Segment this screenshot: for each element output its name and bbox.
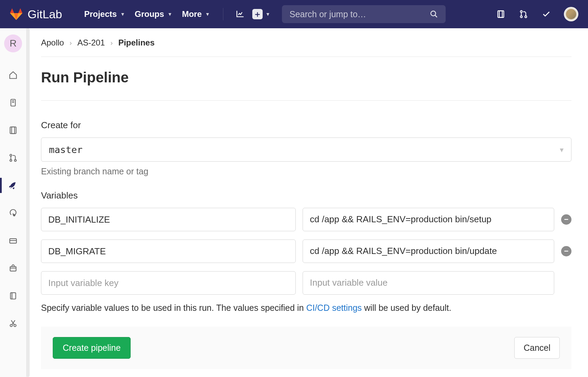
chevron-down-icon: ▼	[265, 11, 270, 17]
breadcrumb: Apollo › AS-201 › Pipelines	[41, 38, 571, 48]
svg-rect-15	[10, 293, 16, 299]
chevron-down-icon: ▼	[120, 11, 125, 17]
helper-text-before: Specify variable values to be used in th…	[41, 303, 306, 313]
variable-key-input[interactable]	[41, 208, 296, 231]
sidebar-item-merge-requests[interactable]	[0, 148, 27, 167]
remove-variable-button[interactable]: −	[561, 246, 571, 256]
variable-key-input[interactable]	[41, 240, 296, 263]
main-content: Apollo › AS-201 › Pipelines Run Pipeline…	[27, 28, 588, 377]
breadcrumb-current: Pipelines	[118, 38, 154, 48]
variable-value-input[interactable]	[303, 208, 554, 231]
sidebar-item-issues[interactable]	[0, 121, 27, 140]
cancel-button[interactable]: Cancel	[514, 337, 560, 359]
page-title: Run Pipeline	[41, 69, 571, 86]
create-pipeline-button[interactable]: Create pipeline	[53, 337, 131, 359]
variable-key-input[interactable]	[41, 271, 296, 295]
variables-label: Variables	[41, 190, 571, 201]
project-avatar[interactable]: R	[4, 34, 22, 52]
variables-section: − −	[41, 208, 571, 295]
sidebar-item-overview[interactable]	[0, 65, 27, 85]
nav-groups[interactable]: Groups ▼	[133, 7, 174, 21]
sidebar-item-operations[interactable]	[0, 203, 27, 223]
breadcrumb-project[interactable]: AS-201	[77, 38, 105, 48]
svg-point-10	[10, 160, 12, 161]
svg-point-9	[10, 154, 12, 156]
variable-row-empty	[41, 271, 571, 295]
sidebar-item-snippets[interactable]	[0, 314, 27, 333]
gitlab-logo-icon	[10, 8, 23, 20]
svg-point-3	[520, 11, 522, 12]
variable-value-input[interactable]	[303, 271, 554, 295]
svg-point-5	[525, 16, 527, 18]
chevron-down-icon: ▼	[560, 146, 564, 153]
chevron-down-icon: ▼	[168, 11, 172, 17]
search-input[interactable]	[290, 9, 426, 19]
sidebar-item-packages[interactable]	[0, 258, 27, 278]
svg-rect-2	[499, 11, 504, 18]
svg-point-0	[431, 11, 436, 16]
svg-rect-7	[10, 127, 14, 134]
svg-rect-8	[12, 127, 16, 134]
helper-text-after: will be used by default.	[362, 303, 452, 313]
divider	[223, 8, 223, 20]
project-sidebar: R	[0, 28, 27, 377]
nav-groups-label: Groups	[135, 9, 164, 19]
variables-helper: Specify variable values to be used in th…	[41, 303, 571, 313]
search-bar[interactable]	[282, 5, 446, 23]
create-for-label: Create for	[41, 120, 571, 131]
chevron-right-icon: ›	[70, 39, 72, 47]
sidebar-item-repository[interactable]	[0, 93, 27, 112]
nav-more[interactable]: More ▼	[181, 7, 211, 21]
svg-point-12	[13, 214, 15, 216]
user-avatar[interactable]	[564, 7, 578, 21]
todos-icon[interactable]	[541, 9, 551, 19]
variable-value-input[interactable]	[303, 240, 554, 263]
nav-more-label: More	[182, 9, 202, 19]
actions-bar: Create pipeline Cancel	[41, 327, 571, 369]
variable-row: −	[41, 240, 571, 263]
brand-name: GitLab	[28, 8, 62, 21]
chevron-right-icon: ›	[110, 39, 113, 47]
create-new-dropdown[interactable]: ＋ ▼	[252, 9, 270, 19]
nav-projects[interactable]: Projects ▼	[83, 7, 126, 21]
svg-rect-1	[498, 11, 502, 18]
nav-projects-label: Projects	[84, 9, 117, 19]
merge-requests-icon[interactable]	[518, 9, 529, 19]
top-header: GitLab Projects ▼ Groups ▼ More ▼ ＋ ▼	[0, 0, 588, 28]
remove-variable-button[interactable]: −	[561, 214, 571, 225]
chevron-down-icon: ▼	[205, 11, 210, 17]
sidebar-item-wiki[interactable]	[0, 286, 27, 305]
breadcrumb-group[interactable]: Apollo	[41, 38, 64, 48]
activity-icon[interactable]	[235, 9, 245, 19]
branch-helper: Existing branch name or tag	[41, 166, 571, 176]
sidebar-item-cicd[interactable]	[0, 176, 27, 195]
issues-icon[interactable]	[496, 9, 506, 19]
divider	[41, 57, 571, 57]
plus-icon: ＋	[252, 9, 263, 19]
svg-point-11	[14, 160, 16, 161]
branch-select[interactable]: master ▼	[41, 137, 571, 162]
sidebar-item-registry[interactable]	[0, 231, 27, 250]
brand-area[interactable]: GitLab	[10, 8, 62, 21]
search-icon	[430, 10, 438, 18]
variable-row: −	[41, 208, 571, 231]
svg-rect-14	[10, 267, 16, 271]
cicd-settings-link[interactable]: CI/CD settings	[306, 303, 362, 313]
branch-value: master	[49, 144, 83, 155]
divider	[41, 100, 571, 101]
header-right	[496, 7, 578, 21]
svg-point-4	[520, 16, 522, 18]
